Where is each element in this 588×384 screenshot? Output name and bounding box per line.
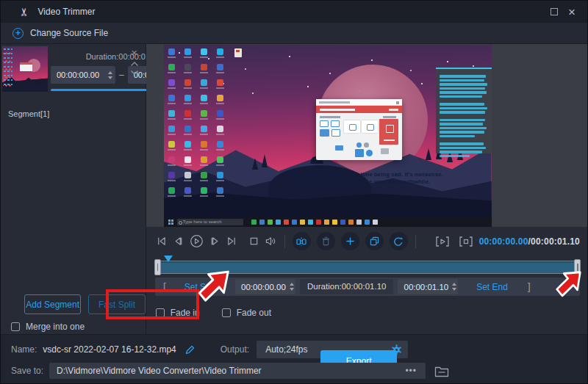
remove-segment-icon[interactable]: ×: [131, 48, 137, 58]
thumb-dialog: [20, 62, 32, 71]
desktop-document-icon: [234, 48, 242, 57]
current-time: 00:00:00.00: [479, 236, 528, 247]
quote-text: Be happy, don't waste your time being sa…: [282, 171, 445, 186]
quote-line-1: Be happy, don't waste your time being sa…: [282, 171, 445, 178]
dialog-record-tile: [379, 119, 398, 145]
quote-line-2: You will die soon too. Make your life wo…: [282, 178, 445, 186]
taskbar: Type here to search: [164, 217, 492, 227]
checkbox-icon: [222, 308, 231, 317]
windows-start-icon: [168, 220, 171, 222]
desktop-icons: [168, 48, 233, 203]
rename-button[interactable]: [185, 344, 196, 355]
add-segment-circle-button[interactable]: [341, 232, 359, 250]
name-label: Name:: [11, 344, 37, 355]
trim-duration-label: Duration:00:00:01.10: [300, 279, 393, 294]
pine-tree: [426, 148, 431, 160]
dialog-tile: [331, 120, 340, 127]
merge-into-one-label: Merge into one: [26, 322, 85, 332]
frame-back-button[interactable]: [173, 236, 184, 247]
range-separator: –: [119, 70, 124, 80]
save-to-label: Save to:: [11, 366, 43, 376]
window-title: Video Trimmer: [38, 7, 96, 17]
spinner-arrows-icon[interactable]: [286, 283, 294, 291]
spinner-arrows-icon[interactable]: [448, 283, 456, 291]
trim-end-value: 00:00:01.10: [404, 283, 448, 291]
dialog-tile: [320, 129, 329, 137]
frame-forward-button[interactable]: [209, 236, 220, 247]
dialog-tile: [320, 120, 329, 127]
save-path-input[interactable]: D:\Vidmore\Vidmore Video Converter\Video…: [49, 363, 426, 379]
open-folder-button[interactable]: [434, 365, 449, 377]
play-button[interactable]: [190, 234, 204, 248]
bracket-right: ]: [526, 281, 531, 293]
toolbar: + Change Source File: [1, 23, 587, 44]
dialog-camera-icon: [381, 148, 389, 154]
move-down-icon[interactable]: [130, 70, 139, 76]
trim-start-input[interactable]: 00:00:00.00: [235, 279, 295, 294]
file-name-value: vsdc-sr 2022-02-07 16-12-32.mp4: [43, 344, 176, 355]
save-path-value: D:\Vidmore\Vidmore Video Converter\Video…: [57, 366, 262, 376]
timecode: 00:00:00.00/00:00:01.10: [479, 236, 580, 247]
dialog-icon: [356, 142, 362, 148]
skip-previous-button[interactable]: [156, 236, 167, 247]
add-segment-button[interactable]: Add Segment: [24, 294, 81, 314]
move-up-icon[interactable]: [130, 61, 139, 67]
divider: [415, 235, 416, 248]
dialog-tile: [362, 120, 378, 133]
close-button[interactable]: ×: [568, 6, 576, 18]
scissors-icon: ✂: [18, 7, 31, 17]
reset-button[interactable]: [390, 232, 408, 250]
dialog-section-label: [320, 116, 340, 118]
taskbar-icons: [251, 220, 378, 225]
pine-tree: [262, 154, 268, 167]
video-preview[interactable]: Be happy, don't waste your time being sa…: [164, 45, 492, 227]
checkbox-icon: [11, 322, 20, 331]
segment-thumbnail[interactable]: [2, 46, 48, 92]
change-source-file-button[interactable]: + Change Source File: [12, 28, 108, 39]
annotation-highlight-rect: [106, 289, 199, 319]
fade-out-label: Fade out: [237, 308, 271, 318]
thumb-desktop-icons: [3, 47, 12, 88]
taskbar-search: Type here to search: [177, 219, 243, 225]
maximize-button[interactable]: [551, 8, 558, 15]
trim-end-input[interactable]: 00:00:01.10: [398, 279, 458, 294]
fade-out-checkbox[interactable]: Fade out: [222, 308, 271, 318]
playhead-marker[interactable]: [164, 256, 173, 262]
segment-label: Segment[1]: [8, 109, 49, 118]
dialog-icon: [364, 142, 369, 148]
segment-start-value: 00:00:00.00: [57, 70, 99, 79]
dialog-tile: [331, 129, 340, 137]
output-bar: Name: vsdc-sr 2022-02-07 16-12-32.mp4 Ou…: [1, 334, 587, 383]
maximize-icon: [551, 8, 558, 15]
dialog-banner: [316, 106, 402, 113]
spinner-arrows-icon[interactable]: [104, 71, 112, 79]
recorder-dialog-overlay: [316, 99, 402, 160]
fade-options: Fade in Fade out: [156, 308, 587, 318]
video-trimmer-window: ✂ Video Trimmer × + Change Source File: [0, 0, 588, 384]
merge-into-one-checkbox[interactable]: Merge into one: [11, 322, 85, 332]
volume-button[interactable]: [265, 236, 277, 247]
segment-start-input[interactable]: 00:00:00.00: [51, 66, 115, 84]
annotation-arrow-right: [553, 265, 586, 300]
output-format-value: Auto;24fps: [265, 344, 307, 355]
trim-start-handle[interactable]: [154, 259, 161, 275]
pine-tree: [252, 158, 258, 170]
delete-segment-button[interactable]: [317, 232, 335, 250]
segment-row[interactable]: Duration:00:00:01.10 00:00:00.00 – 00:00…: [1, 46, 146, 109]
stop-section-button[interactable]: [459, 236, 473, 247]
dialog-tile: [344, 120, 360, 133]
copy-segment-button[interactable]: [365, 232, 384, 250]
player-area: Be happy, don't waste your time being sa…: [146, 44, 587, 227]
skip-next-button[interactable]: [226, 236, 237, 247]
browse-button[interactable]: •••: [401, 366, 421, 376]
split-button[interactable]: [293, 232, 311, 250]
stop-button[interactable]: [249, 236, 259, 246]
total-time: /00:00:01.10: [528, 236, 580, 247]
set-end-button[interactable]: Set End: [458, 282, 526, 292]
titlebar: ✂ Video Trimmer ×: [1, 1, 587, 23]
change-source-label: Change Source File: [30, 28, 108, 38]
notes-overlay: [436, 68, 492, 153]
play-section-button[interactable]: [435, 236, 450, 247]
output-label: Output:: [220, 344, 249, 355]
dialog-section-label: [383, 116, 396, 118]
